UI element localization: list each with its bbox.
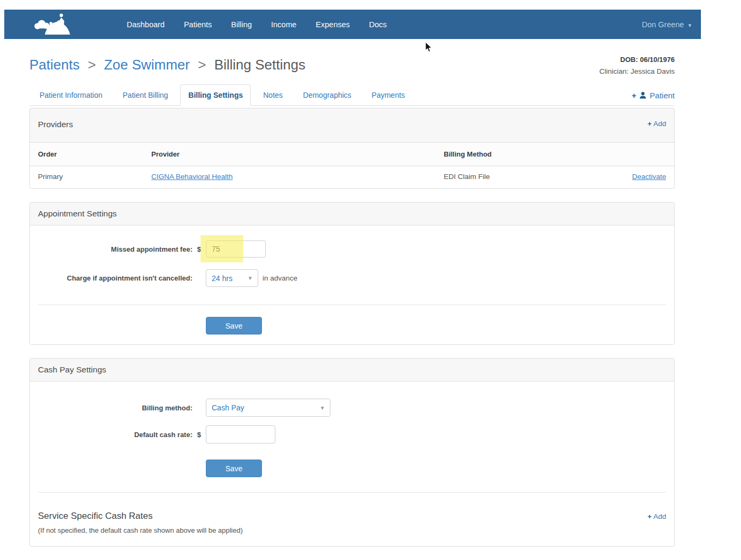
breadcrumb-patient-name-link[interactable]: Zoe Swimmer (104, 57, 190, 73)
cancellation-window-value: 24 hrs (212, 274, 233, 283)
providers-table-header: Order Provider Billing Method (30, 143, 674, 166)
patient-meta: DOB: 06/10/1976 Clinician: Jessica Davis (599, 55, 675, 77)
breadcrumb-separator: > (194, 57, 210, 73)
missed-appointment-fee-input[interactable] (206, 240, 266, 258)
cancellation-window-select[interactable]: 24 hrs ▼ (206, 269, 258, 287)
appointment-settings-heading: Appointment Settings (30, 203, 674, 225)
add-service-rate-label: Add (653, 512, 666, 520)
person-icon (639, 91, 647, 99)
column-header-actions (596, 143, 674, 166)
breadcrumb-separator: > (83, 57, 100, 73)
mountain-climbers-logo-icon (29, 12, 79, 37)
breadcrumb-patients-link[interactable]: Patients (29, 57, 80, 73)
tab-notes[interactable]: Notes (255, 84, 291, 106)
nav-menu: Dashboard Patients Billing Income Expens… (117, 20, 396, 29)
default-cash-rate-input[interactable] (206, 425, 275, 444)
billing-method-value: Cash Pay (212, 403, 244, 412)
page-content: Patients > Zoe Swimmer > Billing Setting… (29, 53, 675, 547)
user-menu[interactable]: Don Greene ▾ (642, 20, 691, 29)
charge-if-not-cancelled-label: Charge if appointment isn't cancelled: (38, 274, 192, 282)
breadcrumb: Patients > Zoe Swimmer > Billing Setting… (29, 57, 305, 73)
plus-icon: + (647, 120, 652, 128)
providers-title: Providers (38, 120, 73, 129)
save-cash-pay-settings-button[interactable]: Save (206, 460, 262, 477)
add-provider-button[interactable]: + Add (647, 120, 666, 128)
currency-symbol: $ (192, 431, 206, 439)
patient-tabs: Patient Information Patient Billing Bill… (29, 84, 675, 106)
in-advance-label: in advance (263, 274, 297, 282)
nav-item-billing[interactable]: Billing (221, 20, 261, 29)
tab-patient-information[interactable]: Patient Information (32, 84, 111, 106)
column-header-provider: Provider (143, 143, 436, 166)
divider (38, 305, 666, 305)
missed-appointment-fee-label: Missed appointment fee: (38, 245, 192, 253)
add-patient-button[interactable]: + Patient (632, 91, 675, 100)
patient-clinician: Clinician: Jessica Davis (599, 66, 675, 77)
nav-item-docs[interactable]: Docs (359, 20, 396, 29)
deactivate-provider-link[interactable]: Deactivate (632, 173, 666, 181)
chevron-down-icon: ▼ (320, 405, 325, 411)
providers-panel-heading: Providers + Add (30, 108, 674, 143)
patient-dob: DOB: 06/10/1976 (599, 55, 675, 66)
service-rates-note: (If not specified, the default cash rate… (38, 526, 243, 534)
appointment-settings-panel: Appointment Settings Missed appointment … (29, 202, 675, 345)
providers-table: Order Provider Billing Method Primary CI… (30, 143, 674, 188)
tab-payments[interactable]: Payments (364, 84, 413, 106)
nav-item-income[interactable]: Income (261, 20, 306, 29)
provider-order-cell: Primary (30, 166, 143, 189)
add-provider-label: Add (653, 120, 666, 128)
tab-demographics[interactable]: Demographics (295, 84, 359, 106)
nav-item-expenses[interactable]: Expenses (306, 20, 360, 29)
tab-patient-billing[interactable]: Patient Billing (115, 84, 176, 106)
appointment-settings-title: Appointment Settings (38, 209, 117, 219)
billing-method-label: Billing method: (38, 404, 192, 412)
currency-symbol: $ (192, 245, 206, 253)
service-specific-cash-rates-title: Service Specific Cash Rates (38, 511, 243, 522)
add-patient-label: Patient (650, 91, 675, 100)
billing-method-select[interactable]: Cash Pay ▼ (206, 399, 330, 417)
column-header-order: Order (30, 143, 143, 166)
save-appointment-settings-button[interactable]: Save (206, 317, 262, 335)
app-logo[interactable] (29, 12, 79, 37)
page-header: Patients > Zoe Swimmer > Billing Setting… (29, 53, 675, 81)
nav-item-dashboard[interactable]: Dashboard (117, 20, 174, 29)
add-service-rate-button[interactable]: + Add (647, 512, 666, 520)
table-row: Primary CIGNA Behavioral Health EDI Clai… (30, 166, 674, 189)
plus-icon: + (647, 512, 652, 520)
chevron-down-icon: ▼ (248, 275, 253, 281)
providers-panel: Providers + Add Order Provider Billing M… (29, 108, 675, 189)
cash-pay-settings-panel: Cash Pay Settings Billing method: Cash P… (29, 358, 675, 547)
provider-name-link[interactable]: CIGNA Behavioral Health (151, 173, 233, 181)
cash-pay-settings-heading: Cash Pay Settings (30, 359, 674, 382)
chevron-down-icon: ▾ (688, 22, 691, 28)
breadcrumb-current-page: Billing Settings (214, 57, 306, 73)
tab-billing-settings[interactable]: Billing Settings (180, 84, 251, 106)
cash-pay-settings-title: Cash Pay Settings (38, 365, 106, 375)
top-navbar: Dashboard Patients Billing Income Expens… (4, 10, 701, 39)
plus-icon: + (632, 91, 637, 100)
provider-billing-method-cell: EDI Claim File (436, 166, 596, 189)
nav-item-patients[interactable]: Patients (174, 20, 221, 29)
column-header-billing-method: Billing Method (436, 143, 596, 166)
default-cash-rate-label: Default cash rate: (38, 431, 192, 439)
user-name: Don Greene (642, 20, 684, 29)
divider (38, 492, 666, 493)
